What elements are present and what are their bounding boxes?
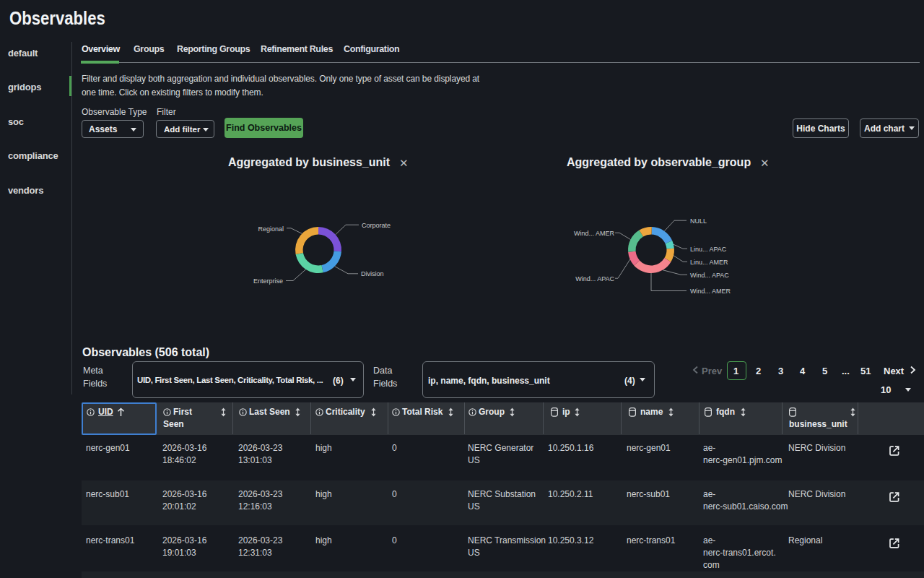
svg-text:Wind... AMER: Wind... AMER bbox=[574, 230, 615, 237]
svg-text:Regional: Regional bbox=[258, 225, 284, 233]
svg-text:Enterprise: Enterprise bbox=[253, 277, 283, 285]
svg-text:Corporate: Corporate bbox=[362, 222, 391, 229]
svg-text:Linu... AMER: Linu... AMER bbox=[690, 259, 728, 266]
svg-text:Wind... APAC: Wind... APAC bbox=[575, 275, 614, 282]
svg-text:Division: Division bbox=[361, 270, 384, 277]
svg-text:NULL: NULL bbox=[690, 217, 707, 225]
svg-text:Linu... APAC: Linu... APAC bbox=[690, 246, 727, 253]
svg-text:Wind... AMER: Wind... AMER bbox=[690, 288, 731, 295]
svg-text:Wind... APAC: Wind... APAC bbox=[690, 272, 729, 279]
